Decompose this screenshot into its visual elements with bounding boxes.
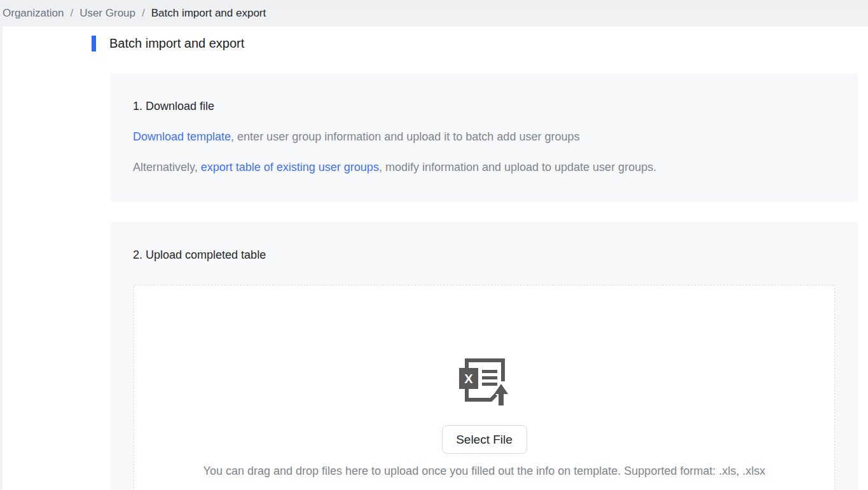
breadcrumb-separator: /: [142, 7, 145, 20]
download-instruction-line-1: Download template, enter user group info…: [133, 130, 579, 144]
download-file-section: 1. Download file Download template, ente…: [111, 74, 858, 201]
page-edge-strip: [0, 27, 3, 490]
download-instruction-suffix-2: , modify information and upload to updat…: [379, 161, 656, 174]
breadcrumb-separator: /: [70, 7, 73, 20]
download-instruction-text-1: , enter user group information and uploa…: [231, 130, 579, 143]
svg-text:X: X: [464, 372, 473, 386]
page-title: Batch import and export: [109, 34, 244, 52]
download-instruction-line-2: Alternatively, export table of existing …: [133, 161, 656, 174]
upload-section-heading: 2. Upload completed table: [133, 248, 266, 262]
download-template-link[interactable]: Download template: [133, 130, 231, 143]
breadcrumb-item-user-group[interactable]: User Group: [79, 7, 135, 20]
download-section-heading: 1. Download file: [133, 100, 214, 113]
download-instruction-prefix-2: Alternatively,: [133, 161, 201, 174]
select-file-button[interactable]: Select File: [442, 425, 527, 454]
upload-table-section: 2. Upload completed table X Select File: [111, 222, 858, 490]
export-existing-groups-link[interactable]: export table of existing user groups: [201, 161, 379, 174]
title-accent-bar: [92, 36, 96, 51]
breadcrumb-item-organization[interactable]: Organization: [3, 7, 64, 20]
excel-file-upload-icon: X: [459, 357, 510, 416]
upload-hint-text: You can drag and drop files here to uplo…: [134, 465, 834, 478]
file-dropzone[interactable]: X Select File You can drag and drop file…: [134, 285, 835, 490]
breadcrumb-item-current: Batch import and export: [151, 7, 266, 20]
breadcrumb: Organization / User Group / Batch import…: [0, 0, 868, 27]
